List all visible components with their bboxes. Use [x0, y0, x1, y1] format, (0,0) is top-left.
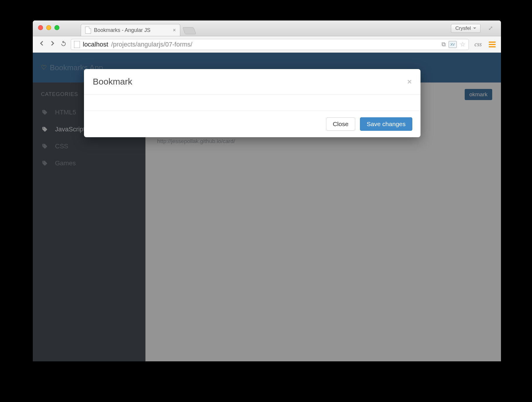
close-button[interactable]: Close: [326, 117, 355, 131]
modal-title: Bookmark: [93, 77, 132, 87]
window-minimize-button[interactable]: [46, 25, 51, 30]
bookmark-star-icon[interactable]: ☆: [460, 41, 466, 48]
url-host: localhost: [83, 41, 108, 48]
window-zoom-button[interactable]: [54, 25, 59, 30]
browser-window: Bookmarks - Angular JS × Crysfel ⤢ local…: [33, 20, 501, 361]
reload-button[interactable]: [60, 40, 67, 49]
forward-button[interactable]: [49, 40, 56, 49]
browser-toolbar: localhost/projects/angularjs/07-forms/ ⧉…: [33, 36, 501, 53]
back-button[interactable]: [38, 40, 45, 49]
omnibox-actions: ⧉ XV ☆: [442, 41, 466, 48]
page-favicon-icon: [85, 27, 91, 34]
new-tab-button[interactable]: [183, 27, 196, 34]
modal-header: Bookmark ×: [84, 69, 421, 95]
tab-close-button[interactable]: ×: [173, 27, 176, 33]
fullscreen-icon[interactable]: ⤢: [488, 25, 496, 32]
profile-button[interactable]: Crysfel: [451, 24, 480, 33]
page-content: ♡ Bookmarks App CATEGORIES HTML5 JavaScr…: [33, 53, 501, 361]
xv-extension-icon[interactable]: XV: [449, 41, 457, 48]
page-icon: [74, 41, 80, 48]
modal-body: [84, 95, 421, 111]
window-close-button[interactable]: [38, 25, 43, 30]
modal-close-button[interactable]: ×: [407, 77, 412, 86]
save-changes-button[interactable]: Save changes: [360, 117, 412, 131]
browser-menu-button[interactable]: [489, 42, 496, 47]
browser-tab[interactable]: Bookmarks - Angular JS ×: [81, 24, 180, 36]
devices-icon[interactable]: ⧉: [442, 41, 446, 48]
css-extension-icon[interactable]: css: [475, 41, 482, 48]
tab-strip: Bookmarks - Angular JS ×: [81, 20, 195, 36]
browser-titlebar: Bookmarks - Angular JS × Crysfel ⤢: [33, 20, 501, 36]
profile-name: Crysfel: [455, 25, 471, 31]
bookmark-modal: Bookmark × Close Save changes: [84, 69, 421, 137]
address-bar[interactable]: localhost/projects/angularjs/07-forms/ ⧉…: [71, 39, 469, 50]
url-path: /projects/angularjs/07-forms/: [111, 41, 193, 48]
modal-footer: Close Save changes: [84, 111, 421, 137]
tab-title: Bookmarks - Angular JS: [94, 27, 150, 33]
window-controls: [38, 25, 59, 30]
